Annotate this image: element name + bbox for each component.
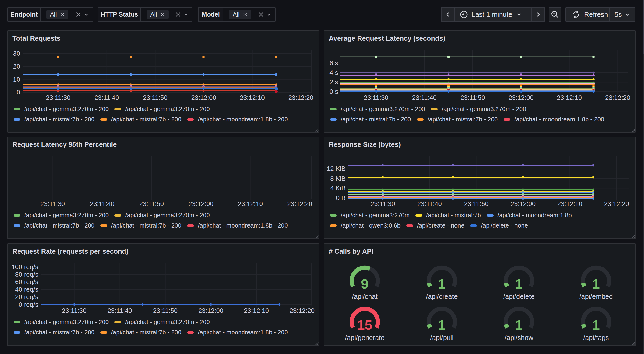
svg-text:2 s: 2 s (330, 78, 338, 86)
svg-text:20 req/s: 20 req/s (15, 293, 38, 300)
svg-text:/api/create: /api/create (426, 293, 458, 300)
svg-text:/api/pull: /api/pull (430, 334, 454, 341)
svg-text:Request Rate (requests per sec: Request Rate (requests per second) (12, 248, 128, 255)
svg-text:1: 1 (592, 317, 600, 332)
svg-text:1: 1 (515, 276, 523, 291)
svg-text:/api/show: /api/show (505, 334, 534, 341)
svg-text:23:12:20: 23:12:20 (604, 200, 629, 207)
svg-text:Response Size (bytes): Response Size (bytes) (329, 141, 401, 148)
svg-text:23:11:40: 23:11:40 (90, 200, 114, 207)
svg-text:80 req/s: 80 req/s (15, 271, 38, 278)
svg-text:20: 20 (13, 63, 20, 70)
svg-text:23:11:40: 23:11:40 (412, 94, 437, 101)
svg-text:23:12:20: 23:12:20 (605, 94, 630, 101)
svg-text:100 req/s: 100 req/s (12, 263, 38, 270)
svg-text:0 req/s: 0 req/s (19, 301, 38, 308)
svg-text:9: 9 (361, 276, 368, 291)
svg-text:0 s: 0 s (330, 88, 338, 95)
svg-text:23:11:30: 23:11:30 (370, 200, 395, 207)
svg-text:10: 10 (13, 76, 20, 83)
svg-text:23:11:30: 23:11:30 (364, 94, 388, 101)
svg-text:1: 1 (592, 276, 600, 291)
svg-text:23:12:10: 23:12:10 (557, 94, 582, 101)
svg-text:23:12:20: 23:12:20 (287, 200, 312, 207)
svg-text:# Calls by API: # Calls by API (329, 248, 374, 255)
svg-text:23:12:00: 23:12:00 (508, 94, 534, 101)
svg-text:23:12:00: 23:12:00 (191, 94, 216, 101)
svg-text:15: 15 (357, 317, 372, 332)
svg-text:0 B: 0 B (336, 194, 346, 202)
svg-text:4 s: 4 s (330, 69, 338, 76)
svg-text:/api/tags: /api/tags (583, 334, 609, 341)
svg-text:23:11:30: 23:11:30 (62, 307, 86, 314)
svg-text:/api/embed: /api/embed (579, 293, 613, 300)
svg-text:1: 1 (438, 317, 446, 332)
svg-text:40 req/s: 40 req/s (15, 286, 38, 293)
svg-text:23:11:30: 23:11:30 (40, 200, 65, 207)
svg-text:6 s: 6 s (330, 59, 338, 67)
svg-text:/api/delete: /api/delete (503, 293, 535, 300)
svg-text:23:11:30: 23:11:30 (46, 94, 70, 101)
svg-text:23:11:50: 23:11:50 (460, 94, 485, 101)
svg-text:/api/generate: /api/generate (345, 334, 384, 341)
svg-text:Request Latency 95th Percentil: Request Latency 95th Percentile (12, 141, 116, 148)
svg-text:60 req/s: 60 req/s (15, 278, 38, 285)
svg-text:Average Request Latency (secon: Average Request Latency (seconds) (329, 35, 446, 42)
svg-text:12 KiB: 12 KiB (327, 165, 346, 172)
svg-text:23:12:00: 23:12:00 (188, 200, 213, 207)
svg-text:23:12:00: 23:12:00 (510, 200, 536, 207)
svg-text:/api/chat: /api/chat (352, 293, 378, 300)
svg-text:8 KiB: 8 KiB (330, 175, 346, 182)
svg-text:1: 1 (515, 317, 523, 332)
svg-text:30: 30 (13, 50, 20, 57)
svg-text:23:12:20: 23:12:20 (290, 307, 314, 314)
svg-text:23:11:50: 23:11:50 (464, 200, 488, 207)
svg-text:23:11:40: 23:11:40 (94, 94, 119, 101)
svg-text:Total Requests: Total Requests (12, 35, 60, 42)
svg-text:1: 1 (438, 276, 446, 291)
svg-text:23:12:20: 23:12:20 (288, 94, 313, 101)
svg-text:23:12:10: 23:12:10 (240, 94, 265, 101)
svg-text:23:12:10: 23:12:10 (244, 307, 269, 314)
svg-text:0: 0 (16, 89, 20, 96)
svg-text:23:11:50: 23:11:50 (143, 94, 168, 101)
svg-text:23:11:50: 23:11:50 (153, 307, 178, 314)
svg-text:23:11:40: 23:11:40 (108, 307, 132, 314)
svg-text:23:12:10: 23:12:10 (557, 200, 582, 207)
svg-text:23:12:00: 23:12:00 (198, 307, 224, 314)
svg-text:23:11:40: 23:11:40 (417, 200, 442, 207)
svg-text:23:11:50: 23:11:50 (139, 200, 164, 207)
svg-text:4 KiB: 4 KiB (330, 184, 346, 192)
svg-text:23:12:10: 23:12:10 (238, 200, 263, 207)
